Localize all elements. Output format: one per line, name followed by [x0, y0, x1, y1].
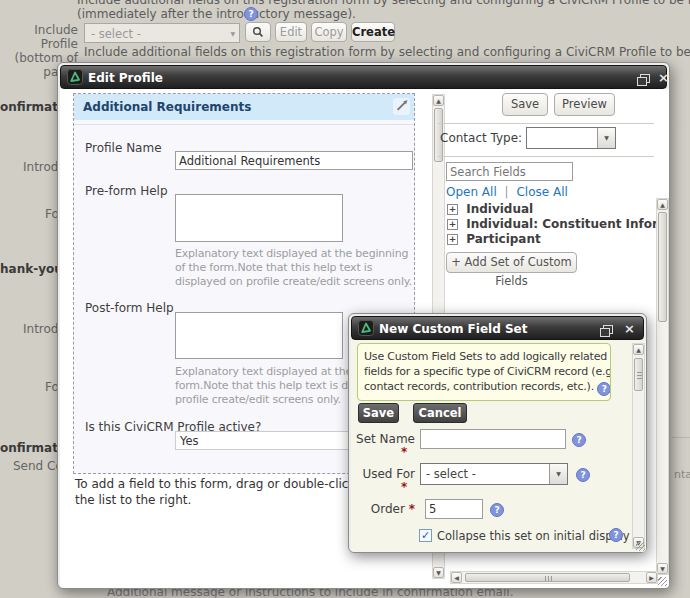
copy-button[interactable]: Copy [311, 22, 347, 42]
contact-type-select[interactable]: ▼ [526, 127, 616, 149]
scroll-left-button[interactable]: ◀ [451, 572, 462, 583]
collapse-checkbox-label: Collapse this set on initial display [437, 529, 630, 543]
help-icon[interactable]: ? [597, 382, 611, 396]
add-custom-fields-button[interactable]: + Add Set of Custom Fields [446, 252, 577, 273]
civicrm-logo [358, 320, 374, 339]
dialog-scrollbar[interactable]: ▲ ▼ [632, 343, 645, 549]
new-custom-field-set-dialog: New Custom Field Set × Use Custom Field … [348, 313, 647, 553]
profile-name-input[interactable] [175, 151, 413, 170]
help-icon[interactable]: ? [572, 433, 586, 447]
pre-form-help-textarea[interactable] [175, 194, 343, 242]
save-button[interactable]: Save [358, 403, 399, 423]
profile-select-value: - select - [91, 27, 141, 41]
scrollbar-thumb[interactable] [634, 358, 643, 391]
used-for-select[interactable]: - select - ▼ [420, 463, 568, 485]
bg-help-text-bottom: Include additional fields on this regist… [84, 45, 690, 59]
help-icon[interactable]: ? [576, 468, 590, 482]
dialog-title: Edit Profile [88, 71, 163, 85]
set-name-input[interactable] [420, 429, 566, 449]
scroll-down-button[interactable]: ▼ [433, 567, 444, 578]
required-star: * [401, 445, 407, 459]
tree-item-constituent-information[interactable]: + Individual: Constituent Information [447, 217, 657, 231]
close-all-link[interactable]: Close All [516, 185, 567, 199]
custom-field-set-titlebar[interactable]: New Custom Field Set × [351, 316, 644, 340]
expand-icon[interactable]: + [447, 219, 458, 230]
profile-name-label: Profile Name [85, 141, 162, 155]
chevron-down-icon[interactable]: ▼ [597, 128, 615, 148]
help-icon[interactable]: ? [490, 503, 504, 517]
tree-item-individual[interactable]: + Individual [447, 202, 533, 216]
scrollbar-thumb[interactable] [658, 212, 667, 322]
link-separator: | [505, 185, 509, 199]
bg-help-text-top2: (immediately after the introductory mess… [77, 7, 356, 21]
profile-select[interactable]: - select - ▼ [84, 23, 240, 43]
chevron-down-icon[interactable]: ▼ [549, 464, 567, 484]
tree-item-participant[interactable]: + Participant [447, 232, 541, 246]
scroll-up-button[interactable]: ▲ [433, 95, 444, 106]
cancel-button[interactable]: Cancel [413, 403, 467, 423]
profile-form-header: Additional Requirements [74, 94, 414, 120]
save-button[interactable]: Save [502, 93, 548, 116]
page-text-fragment: nta [674, 468, 690, 481]
custom-field-set-body: Use Custom Field Sets to add logically r… [351, 340, 646, 552]
chevron-down-icon: ▼ [230, 24, 235, 44]
close-icon[interactable]: × [658, 71, 669, 84]
post-form-help-label: Post-form Help [85, 301, 174, 315]
tree-scrollbar[interactable]: ▲ ▼ [656, 198, 669, 575]
custom-field-set-help: Use Custom Field Sets to add logically r… [357, 343, 611, 401]
checkmark-icon: ✓ [421, 529, 430, 542]
drag-hint: the list to the right. [75, 493, 191, 507]
restore-icon[interactable] [603, 325, 613, 334]
edit-profile-dialog-titlebar[interactable]: Edit Profile × [60, 65, 667, 89]
profile-active-value: Yes [180, 434, 199, 448]
resize-grip[interactable] [636, 542, 645, 551]
dialog-title: New Custom Field Set [379, 322, 527, 336]
post-form-help-textarea[interactable] [175, 312, 343, 359]
search-icon [252, 26, 264, 38]
scroll-right-button[interactable]: ▶ [646, 572, 657, 583]
horizontal-scrollbar[interactable]: ◀ ▶ [450, 571, 658, 584]
order-label: Order * [351, 502, 415, 516]
expand-icon[interactable]: + [447, 204, 458, 215]
profile-header-text: Additional Requirements [83, 100, 251, 114]
used-for-label: Used For [351, 467, 415, 481]
resize-grip[interactable] [658, 577, 667, 586]
form-divider [74, 124, 414, 125]
panel-divider [438, 123, 654, 124]
edit-button[interactable]: Edit [275, 22, 307, 42]
close-icon[interactable]: × [624, 322, 635, 335]
restore-icon[interactable] [640, 74, 650, 83]
help-icon[interactable]: ? [609, 528, 623, 542]
scroll-up-button[interactable]: ▲ [657, 199, 668, 210]
contact-type-label: Contact Type: [440, 131, 522, 145]
search-profile-button[interactable] [245, 22, 271, 42]
help-icon[interactable]: ? [244, 7, 258, 21]
preview-button[interactable]: Preview [554, 93, 615, 116]
edit-pencil-icon[interactable] [393, 98, 410, 115]
set-name-label: Set Name [351, 432, 415, 446]
pre-form-help-note: Explanatory text displayed at the beginn… [175, 247, 412, 289]
panel-divider [438, 156, 654, 157]
required-star: * [401, 480, 407, 494]
search-fields-input[interactable] [446, 162, 573, 181]
bg-divider [672, 437, 690, 438]
pre-form-help-label: Pre-form Help [85, 184, 168, 198]
used-for-value: - select - [426, 467, 476, 481]
bg-help-text-top: Include additional fields on this regist… [77, 0, 690, 7]
civicrm-logo [67, 69, 83, 88]
bg-divider [672, 120, 690, 121]
order-input[interactable] [425, 499, 483, 519]
scrollbar-thumb[interactable] [465, 573, 630, 582]
expand-icon[interactable]: + [447, 234, 458, 245]
open-all-link[interactable]: Open All [446, 185, 497, 199]
scroll-down-button[interactable]: ▼ [657, 563, 668, 574]
create-button[interactable]: Create [351, 22, 395, 42]
collapse-checkbox[interactable]: ✓ [419, 529, 432, 542]
scroll-up-button[interactable]: ▲ [633, 344, 644, 355]
